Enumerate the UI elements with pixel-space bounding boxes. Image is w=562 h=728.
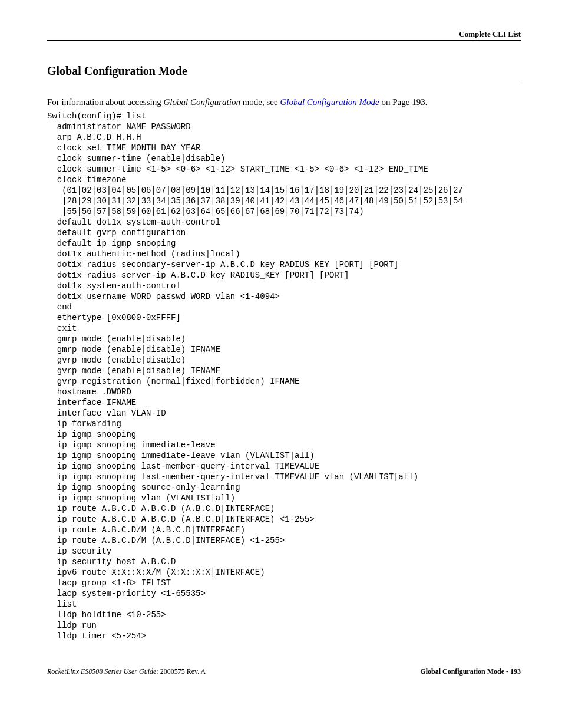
page: Complete CLI List Global Configuration M… bbox=[0, 0, 562, 700]
intro-prefix: For information about accessing bbox=[47, 97, 163, 107]
intro-mode-name: Global Configuration bbox=[163, 97, 240, 107]
section-title: Global Configuration Mode bbox=[47, 64, 521, 78]
intro-paragraph: For information about accessing Global C… bbox=[47, 97, 521, 107]
intro-mid: mode, see bbox=[240, 97, 280, 107]
footer-guide-title: RocketLinx ES8508 Series User Guide bbox=[47, 667, 156, 676]
page-header: Complete CLI List bbox=[47, 29, 521, 41]
footer-right: Global Configuration Mode - 193 bbox=[420, 667, 521, 676]
intro-link[interactable]: Global Configuration Mode bbox=[280, 97, 379, 107]
footer-left: RocketLinx ES8508 Series User Guide: 200… bbox=[47, 667, 206, 676]
header-rule bbox=[47, 40, 521, 41]
section-rule bbox=[47, 83, 521, 84]
intro-suffix: on Page 193. bbox=[379, 97, 428, 107]
running-title: Complete CLI List bbox=[47, 29, 521, 40]
cli-listing: Switch(config)# list administrator NAME … bbox=[47, 111, 521, 641]
page-footer: RocketLinx ES8508 Series User Guide: 200… bbox=[47, 665, 521, 676]
footer-docnum: : 2000575 Rev. A bbox=[156, 667, 206, 676]
